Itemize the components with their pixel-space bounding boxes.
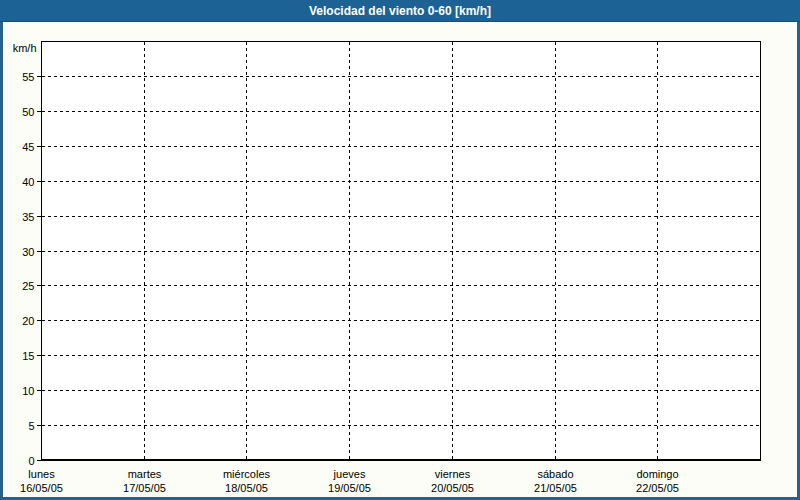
y-tick-label: 25 bbox=[22, 280, 34, 292]
x-day-label: viernes bbox=[435, 468, 471, 480]
y-tick-label: 45 bbox=[22, 141, 34, 153]
x-day-label: lunes bbox=[28, 468, 55, 480]
y-unit-label: km/h bbox=[13, 42, 37, 54]
y-tick-label: 10 bbox=[22, 385, 34, 397]
y-tick-label: 40 bbox=[22, 176, 34, 188]
plot-area bbox=[42, 42, 761, 461]
x-date-label: 18/05/05 bbox=[225, 482, 268, 494]
x-day-label: miércoles bbox=[223, 468, 271, 480]
x-day-label: domingo bbox=[636, 468, 678, 480]
wind-speed-chart: 0510152025303540455055km/hlunes16/05/05m… bbox=[3, 22, 797, 497]
chart-canvas-area: 0510152025303540455055km/hlunes16/05/05m… bbox=[0, 22, 800, 500]
y-tick-label: 15 bbox=[22, 350, 34, 362]
x-date-label: 21/05/05 bbox=[534, 482, 577, 494]
y-tick-label: 5 bbox=[28, 420, 34, 432]
x-day-label: sábado bbox=[537, 468, 573, 480]
y-tick-label: 50 bbox=[22, 106, 34, 118]
y-tick-label: 0 bbox=[28, 455, 34, 467]
chart-title: Velocidad del viento 0-60 [km/h] bbox=[309, 0, 491, 22]
x-date-label: 22/05/05 bbox=[636, 482, 679, 494]
x-day-label: jueves bbox=[333, 468, 366, 480]
x-date-label: 20/05/05 bbox=[431, 482, 474, 494]
chart-window: Velocidad del viento 0-60 [km/h] 0510152… bbox=[0, 0, 800, 500]
y-tick-label: 35 bbox=[22, 211, 34, 223]
y-tick-label: 55 bbox=[22, 71, 34, 83]
x-date-label: 17/05/05 bbox=[123, 482, 166, 494]
y-tick-label: 30 bbox=[22, 246, 34, 258]
chart-title-bar: Velocidad del viento 0-60 [km/h] bbox=[0, 0, 800, 22]
x-day-label: martes bbox=[128, 468, 162, 480]
x-date-label: 16/05/05 bbox=[20, 482, 63, 494]
x-date-label: 19/05/05 bbox=[328, 482, 371, 494]
y-tick-label: 20 bbox=[22, 315, 34, 327]
